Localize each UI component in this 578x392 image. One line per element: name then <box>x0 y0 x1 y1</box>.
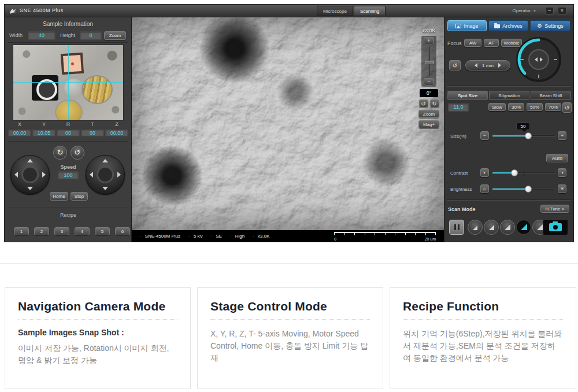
contrast-low-icon[interactable]: ◐ <box>480 168 489 177</box>
tab-spot-size[interactable]: Spot Size <box>447 91 488 100</box>
width-input[interactable]: 40 <box>28 31 55 40</box>
xy-joystick[interactable] <box>10 155 50 194</box>
arrow-right-icon[interactable] <box>117 172 121 177</box>
scan-ramp-icon <box>505 224 510 230</box>
status-detector: SE <box>211 234 222 239</box>
tab-scanning[interactable]: Scanning <box>354 6 386 16</box>
size-slider-track[interactable] <box>492 135 555 137</box>
scan-speed-3-button[interactable] <box>500 220 515 235</box>
recipe-button-5[interactable]: 5 <box>95 227 110 235</box>
auto-focus-button[interactable]: AF <box>484 39 499 47</box>
gear-icon: ⚙ <box>537 23 542 29</box>
height-input[interactable]: 8 <box>80 31 102 40</box>
mag-slider-track[interactable] <box>428 46 430 76</box>
sample-information-header: Sample Information <box>5 21 131 27</box>
sem-image[interactable]: x3.0K + − 0° ↺ ↻ Zoom Mag+ <box>132 17 444 230</box>
scan-ramp-icon <box>521 224 527 230</box>
recipe-button-4[interactable]: 4 <box>75 227 90 235</box>
size-increase-button[interactable]: + <box>558 131 566 140</box>
speed-value[interactable]: 100 <box>58 171 79 179</box>
focus-jog-dial[interactable] <box>515 36 562 83</box>
scan-rotate-ccw-button[interactable]: ↺ <box>419 99 428 108</box>
scan-pause-button[interactable] <box>449 220 464 235</box>
tab-settings[interactable]: ⚙ Settings <box>530 20 570 31</box>
task-button[interactable]: H.Tune > <box>540 205 569 213</box>
step-right-icon[interactable] <box>498 63 501 68</box>
preset-50-button[interactable]: 50% <box>527 103 543 111</box>
arrow-down-icon[interactable] <box>102 187 108 190</box>
brightness-slider-thumb[interactable] <box>525 186 532 193</box>
rotate-cw-button[interactable]: ↻ <box>53 146 67 160</box>
chevron-down-icon: ▼ <box>533 9 536 13</box>
tab-image[interactable]: Image <box>447 20 487 31</box>
preset-reset-button[interactable]: ↺ <box>562 102 572 113</box>
mag-slider-thumb[interactable] <box>425 61 434 64</box>
capture-button[interactable] <box>543 219 568 235</box>
scan-ramp-icon <box>473 225 477 230</box>
stop-button[interactable]: Stop <box>71 192 88 201</box>
mag-decrease-button[interactable]: − <box>424 78 434 86</box>
tab-stigmation[interactable]: Stigmation <box>489 91 529 100</box>
scan-speed-1-button[interactable] <box>468 220 483 235</box>
close-button[interactable]: × <box>558 7 566 14</box>
home-button[interactable]: Home <box>50 192 68 201</box>
auto-wobble-button[interactable]: AW <box>464 39 481 47</box>
scan-rotate-cw-button[interactable]: ↻ <box>430 99 439 108</box>
contrast-slider-track[interactable] <box>492 172 555 174</box>
viewer-mag-plus-button[interactable]: Mag+ <box>418 120 439 128</box>
tab-microscope[interactable]: Microscope <box>317 6 353 16</box>
stage-stub-gold <box>55 99 83 121</box>
card-stage-control-mode: Stage Control Mode X, Y, R, Z, T- 5-axis… <box>197 287 383 389</box>
scan-speed-4-button[interactable] <box>516 220 531 235</box>
app-title: SNE 4500M Plus <box>20 8 64 13</box>
scale-zero-label: 0 <box>334 237 336 241</box>
spot-size-value[interactable]: 11.0 <box>448 103 469 112</box>
scale-length-label: 20 um <box>425 237 436 241</box>
magnification-slider: + − <box>421 36 436 87</box>
contrast-high-icon[interactable]: ◑ <box>558 168 566 177</box>
scan-speed-2-button[interactable] <box>484 220 499 235</box>
arrow-left-icon[interactable] <box>14 172 18 177</box>
user-menu[interactable]: Operator ▼ <box>512 8 536 13</box>
preset-30-button[interactable]: 30% <box>508 103 524 111</box>
viewer-zoom-button[interactable]: Zoom <box>418 110 439 118</box>
section-divider <box>0 263 578 264</box>
minimize-button[interactable]: – <box>545 7 554 14</box>
step-left-icon[interactable] <box>475 63 477 68</box>
size-decrease-button[interactable]: − <box>480 131 489 140</box>
arrow-up-icon[interactable] <box>102 159 108 162</box>
rtz-joystick[interactable] <box>86 155 125 194</box>
brightness-low-icon[interactable]: ☼ <box>480 184 489 193</box>
arrow-right-icon[interactable] <box>42 172 46 177</box>
size-slider-thumb[interactable] <box>525 132 532 139</box>
card-title: Navigation Camera Mode <box>18 299 177 320</box>
axis-z-value: 00.00 <box>105 129 128 136</box>
mag-increase-button[interactable]: + <box>424 37 434 45</box>
tab-beam-shift[interactable]: Beam Shift <box>531 91 571 100</box>
focus-step-button[interactable]: 1 mm <box>465 60 510 71</box>
auto-contrast-button[interactable]: Auto <box>546 154 568 162</box>
imaging-panel: Image Archives ⚙ Settings Focus AW AF Wo… <box>444 17 573 242</box>
user-label: Operator <box>512 8 531 13</box>
size-value-bubble: 50 <box>516 123 530 130</box>
rotate-ccw-button[interactable]: ↺ <box>71 146 84 160</box>
preset-slow-button[interactable]: Slow <box>488 103 506 111</box>
sem-application-window: SNE 4500M Plus Microscope Scanning Opera… <box>5 5 573 242</box>
navcam-zoom-button[interactable]: Zoom <box>104 31 126 40</box>
scale-bar: 0 20 um <box>334 232 436 240</box>
brightness-high-icon[interactable]: ☀ <box>558 184 566 193</box>
recipe-button-3[interactable]: 3 <box>54 227 69 235</box>
contrast-slider-thumb[interactable] <box>511 169 518 176</box>
arrow-down-icon[interactable] <box>27 187 33 190</box>
arrow-left-icon[interactable] <box>90 172 93 177</box>
arrow-up-icon[interactable] <box>27 159 33 162</box>
tab-archives[interactable]: Archives <box>488 20 528 31</box>
navigation-camera-view[interactable] <box>13 45 124 121</box>
brightness-slider-track[interactable] <box>492 188 555 190</box>
recipe-button-2[interactable]: 2 <box>34 227 49 235</box>
scan-mode-label: Scan Mode <box>448 206 476 212</box>
focus-reset-button[interactable]: ↺ <box>449 60 461 71</box>
recipe-button-1[interactable]: 1 <box>14 227 29 235</box>
preset-70-button[interactable]: 70% <box>545 103 561 111</box>
recipe-button-6[interactable]: 6 <box>115 227 130 235</box>
